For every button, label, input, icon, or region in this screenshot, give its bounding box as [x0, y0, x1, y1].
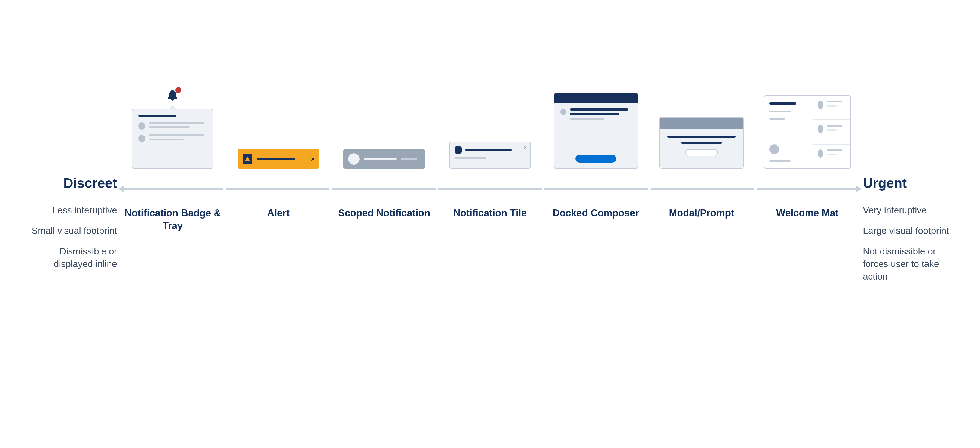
tray-popover: [132, 109, 213, 169]
illus-notification-tile: ×: [437, 73, 543, 180]
axis-segment: [757, 188, 860, 190]
illustrations: × ×: [120, 73, 860, 180]
illus-modal-prompt: [649, 73, 755, 180]
category-label: Notification Badge & Tray: [120, 207, 226, 232]
placeholder-line: [827, 105, 837, 107]
scoped-bar: [343, 149, 425, 169]
placeholder-line: [149, 126, 189, 128]
axis-segment: [332, 188, 438, 190]
category-label: Welcome Mat: [754, 207, 860, 232]
docked-composer: [554, 92, 638, 169]
alert-bar: ×: [238, 149, 319, 169]
tile-square-icon: [455, 146, 462, 154]
close-icon: ×: [311, 155, 315, 163]
placeholder-line: [827, 101, 842, 102]
warning-triangle-icon: [243, 154, 252, 164]
welcome-card: [813, 145, 850, 168]
avatar-icon: [818, 149, 823, 157]
placeholder-line: [149, 122, 204, 124]
discreet-column: Discreet Less interuptive Small visual f…: [19, 174, 117, 278]
discreet-heading: Discreet: [19, 174, 117, 193]
notification-tile: ×: [449, 141, 531, 169]
avatar-icon: [138, 122, 145, 130]
avatar-icon: [769, 144, 779, 154]
avatar-icon: [818, 125, 823, 133]
welcome-card: [813, 120, 850, 144]
axis-segment: [438, 188, 544, 190]
discreet-bullet: Less interuptive: [19, 204, 117, 217]
placeholder-line: [827, 154, 837, 156]
illus-welcome-mat: [754, 73, 860, 180]
welcome-card: [813, 96, 850, 120]
placeholder-line: [827, 129, 837, 131]
category-label: Scoped Notification: [331, 207, 437, 232]
placeholder-line: [769, 160, 791, 162]
primary-button: [576, 155, 616, 163]
urgent-column: Urgent Very interuptive Large visual foo…: [863, 174, 961, 291]
discreet-bullet: Dismissible or displayed inline: [19, 245, 117, 270]
urgent-bullet: Very interuptive: [863, 204, 961, 217]
placeholder-line: [570, 118, 604, 120]
placeholder-line: [570, 113, 619, 115]
placeholder-line: [681, 141, 722, 144]
axis-segment: [120, 188, 226, 190]
placeholder-line: [769, 118, 785, 120]
secondary-button: [685, 149, 718, 156]
placeholder-line: [401, 158, 417, 160]
placeholder-line: [570, 108, 628, 111]
placeholder-line: [138, 115, 176, 117]
placeholder-line: [668, 135, 735, 138]
illus-alert: ×: [226, 73, 332, 180]
badge-dot-icon: [175, 87, 181, 93]
tray-item: [138, 122, 207, 130]
category-label: Docked Composer: [543, 207, 649, 232]
axis-segments: [120, 188, 860, 190]
modal-header: [660, 118, 743, 129]
composer-header: [554, 93, 638, 103]
illus-docked-composer: [543, 73, 649, 180]
avatar-icon: [138, 135, 145, 142]
placeholder-line: [827, 149, 842, 151]
placeholder-line: [769, 111, 791, 112]
category-label: Alert: [226, 207, 332, 232]
discreet-bullets: Less interuptive Small visual footprint …: [19, 204, 117, 270]
close-icon: ×: [523, 144, 527, 151]
discreet-bullet: Small visual footprint: [19, 224, 117, 237]
category-label: Notification Tile: [437, 207, 543, 232]
axis-segment: [544, 188, 651, 190]
welcome-mat: [764, 95, 851, 169]
placeholder-line: [364, 158, 397, 160]
avatar-icon: [818, 101, 823, 109]
placeholder-line: [769, 102, 797, 105]
axis-segment: [226, 188, 332, 190]
placeholder-line: [827, 125, 842, 127]
placeholder-line: [149, 139, 184, 140]
urgent-bullet: Not dismissible or forces user to take a…: [863, 245, 961, 283]
urgent-bullets: Very interuptive Large visual footprint …: [863, 204, 961, 283]
illus-scoped-notification: [331, 73, 437, 180]
avatar-icon: [348, 153, 360, 165]
spectrum-axis: [120, 188, 860, 190]
urgent-bullet: Large visual footprint: [863, 224, 961, 237]
bell-icon: [166, 89, 179, 102]
modal: [659, 117, 744, 169]
placeholder-line: [466, 149, 512, 151]
spectrum-diagram: Discreet Less interuptive Small visual f…: [0, 0, 980, 448]
urgent-heading: Urgent: [863, 174, 961, 193]
tray-item: [138, 135, 207, 142]
avatar-icon: [560, 109, 566, 115]
placeholder-line: [257, 157, 295, 160]
placeholder-line: [455, 157, 487, 159]
illus-notification-tray: [120, 73, 226, 180]
axis-segment: [651, 188, 757, 190]
placeholder-line: [149, 135, 204, 136]
category-labels: Notification Badge & Tray Alert Scoped N…: [120, 207, 860, 232]
category-label: Modal/Prompt: [649, 207, 755, 232]
